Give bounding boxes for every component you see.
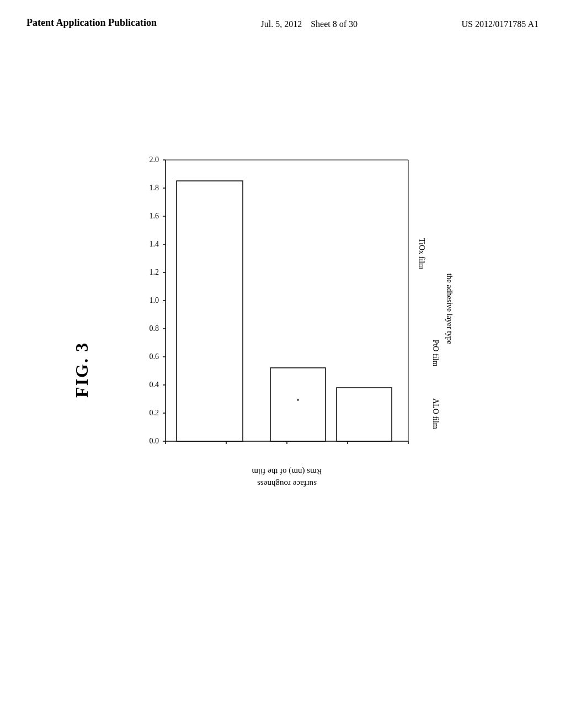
svg-text:1.8: 1.8 — [150, 184, 159, 192]
figure-label: FIG. 3 — [72, 342, 92, 398]
bar-pto — [270, 368, 326, 441]
figure-container: FIG. 3 0.0 0.2 — [55, 110, 508, 607]
bar-alo — [337, 388, 392, 441]
legend-tiox: TiOx film — [418, 238, 426, 269]
svg-text:0.0: 0.0 — [150, 437, 159, 445]
publication-label: Patent Application Publication — [26, 15, 157, 30]
sheet-info: Sheet 8 of 30 — [311, 19, 358, 29]
x-axis-title-line1: Rms (nm) of the film — [252, 467, 322, 476]
svg-text:0.8: 0.8 — [150, 324, 159, 333]
svg-point-29 — [297, 399, 299, 401]
patent-number: US 2012/0171785 A1 — [461, 15, 539, 31]
svg-text:0.4: 0.4 — [150, 381, 159, 389]
svg-text:1.4: 1.4 — [150, 240, 159, 248]
page-header: Patent Application Publication Jul. 5, 2… — [0, 0, 565, 31]
publication-date: Jul. 5, 2012 — [260, 19, 302, 29]
header-center: Jul. 5, 2012 Sheet 8 of 30 — [260, 15, 358, 31]
svg-text:2.0: 2.0 — [150, 156, 159, 164]
x-axis-title-line2: surface roughness — [257, 479, 317, 488]
svg-text:0.6: 0.6 — [150, 352, 159, 361]
bar-tiox — [177, 181, 243, 441]
svg-text:0.2: 0.2 — [150, 409, 159, 417]
legend-title: the adhesive layer type — [445, 274, 454, 345]
svg-text:1.2: 1.2 — [150, 268, 159, 276]
bar-chart: 0.0 0.2 0.4 0.6 0.8 1.0 1.2 1.4 1.6 1.8 … — [132, 143, 463, 529]
svg-text:1.0: 1.0 — [150, 296, 159, 304]
chart-wrapper: 0.0 0.2 0.4 0.6 0.8 1.0 1.2 1.4 1.6 1.8 … — [132, 143, 452, 529]
svg-text:1.6: 1.6 — [150, 212, 159, 220]
legend-pto: PtO film — [431, 340, 440, 367]
legend-alo: ALO film — [431, 398, 440, 429]
